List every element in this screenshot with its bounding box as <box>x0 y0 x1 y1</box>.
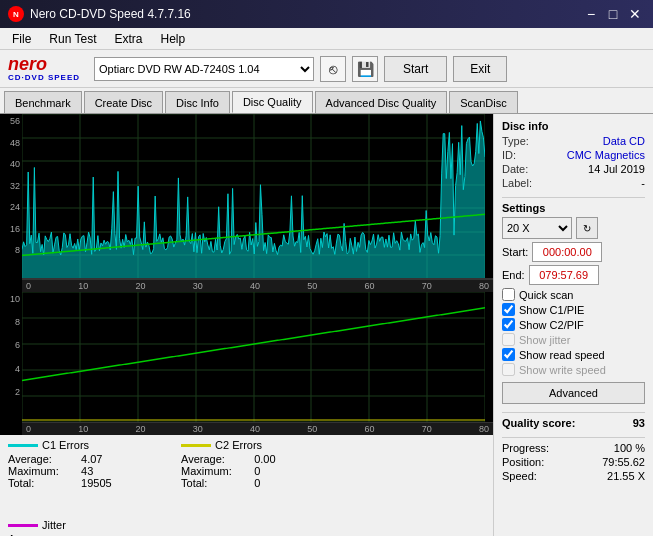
speed-label: Speed: <box>502 470 537 482</box>
lower-y-axis: 10 8 6 4 2 <box>0 292 22 422</box>
disc-type-value: Data CD <box>603 135 645 147</box>
start-button[interactable]: Start <box>384 56 447 82</box>
c1-legend: C1 Errors Average: 4.07 Maximum: 43 Tota… <box>8 439 151 489</box>
divider-1 <box>502 197 645 198</box>
show-c1-row: Show C1/PIE <box>502 303 645 316</box>
menu-extra[interactable]: Extra <box>106 30 150 48</box>
speed-row: 20 X ↻ <box>502 217 645 239</box>
jitter-color <box>8 524 38 527</box>
disc-date-row: Date: 14 Jul 2019 <box>502 163 645 175</box>
show-c1-label: Show C1/PIE <box>519 304 584 316</box>
tabs-bar: Benchmark Create Disc Disc Info Disc Qua… <box>0 88 653 114</box>
tab-disc-quality[interactable]: Disc Quality <box>232 91 313 113</box>
speed-select[interactable]: 20 X <box>502 217 572 239</box>
disc-id-value: CMC Magnetics <box>567 149 645 161</box>
menu-bar: File Run Test Extra Help <box>0 28 653 50</box>
c2-stats: Average: 0.00 Maximum: 0 Total: 0 <box>181 453 324 489</box>
window-controls: − □ ✕ <box>581 4 645 24</box>
end-time-label: End: <box>502 269 525 281</box>
toolbar: nero CD·DVD SPEED Optiarc DVD RW AD-7240… <box>0 50 653 88</box>
speed-row-2: Speed: 21.55 X <box>502 470 645 482</box>
progress-section: Progress: 100 % Position: 79:55.62 Speed… <box>502 442 645 482</box>
tab-create-disc[interactable]: Create Disc <box>84 91 163 113</box>
quality-score-value: 93 <box>633 417 645 429</box>
start-time-input[interactable] <box>532 242 602 262</box>
position-label: Position: <box>502 456 544 468</box>
disc-type-row: Type: Data CD <box>502 135 645 147</box>
position-row: Position: 79:55.62 <box>502 456 645 468</box>
quick-scan-row: Quick scan <box>502 288 645 301</box>
jitter-legend: Jitter Average: - Maximum: - <box>8 519 151 536</box>
c1-label: C1 Errors <box>42 439 89 451</box>
tab-advanced-disc-quality[interactable]: Advanced Disc Quality <box>315 91 448 113</box>
show-write-speed-label: Show write speed <box>519 364 606 376</box>
quality-score-label: Quality score: <box>502 417 575 429</box>
show-jitter-label: Show jitter <box>519 334 570 346</box>
disc-type-label: Type: <box>502 135 529 147</box>
app-icon: N <box>8 6 24 22</box>
nero-logo-sub: CD·DVD SPEED <box>8 73 80 82</box>
save-button[interactable]: 💾 <box>352 56 378 82</box>
c1-stats: Average: 4.07 Maximum: 43 Total: 19505 <box>8 453 151 489</box>
minimize-button[interactable]: − <box>581 4 601 24</box>
disc-date-label: Date: <box>502 163 528 175</box>
disc-date-value: 14 Jul 2019 <box>588 163 645 175</box>
tab-scandisc[interactable]: ScanDisc <box>449 91 517 113</box>
progress-value: 100 % <box>614 442 645 454</box>
settings-section: Settings 20 X ↻ Start: End: Quick scan <box>502 202 645 404</box>
end-time-row: End: <box>502 265 645 285</box>
disc-label-label: Label: <box>502 177 532 189</box>
start-time-label: Start: <box>502 246 528 258</box>
menu-file[interactable]: File <box>4 30 39 48</box>
chart-area: 56 48 40 32 24 16 8 0 10 20 30 40 5 <box>0 114 493 536</box>
disc-info-title: Disc info <box>502 120 645 132</box>
settings-title: Settings <box>502 202 645 214</box>
progress-row: Progress: 100 % <box>502 442 645 454</box>
main-content: 56 48 40 32 24 16 8 0 10 20 30 40 5 <box>0 114 653 536</box>
position-value: 79:55.62 <box>602 456 645 468</box>
eject-button[interactable]: ⎋ <box>320 56 346 82</box>
disc-id-row: ID: CMC Magnetics <box>502 149 645 161</box>
tab-benchmark[interactable]: Benchmark <box>4 91 82 113</box>
exit-button[interactable]: Exit <box>453 56 507 82</box>
title-bar: N Nero CD-DVD Speed 4.7.7.16 − □ ✕ <box>0 0 653 28</box>
disc-info-section: Disc info Type: Data CD ID: CMC Magnetic… <box>502 120 645 189</box>
show-c1-checkbox[interactable] <box>502 303 515 316</box>
c1-color <box>8 444 38 447</box>
c2-label: C2 Errors <box>215 439 262 451</box>
lower-x-axis: 0 10 20 30 40 50 60 70 80 <box>22 422 493 435</box>
speed-value: 21.55 X <box>607 470 645 482</box>
c2-color <box>181 444 211 447</box>
jitter-label: Jitter <box>42 519 66 531</box>
progress-label: Progress: <box>502 442 549 454</box>
tab-disc-info[interactable]: Disc Info <box>165 91 230 113</box>
end-time-input[interactable] <box>529 265 599 285</box>
c2-legend: C2 Errors Average: 0.00 Maximum: 0 Total… <box>181 439 324 489</box>
app-title: Nero CD-DVD Speed 4.7.7.16 <box>30 7 191 21</box>
menu-help[interactable]: Help <box>153 30 194 48</box>
disc-label-value: - <box>641 177 645 189</box>
show-write-speed-checkbox <box>502 363 515 376</box>
show-jitter-row: Show jitter <box>502 333 645 346</box>
upper-x-axis: 0 10 20 30 40 50 60 70 80 <box>22 279 493 292</box>
show-read-speed-label: Show read speed <box>519 349 605 361</box>
disc-label-row: Label: - <box>502 177 645 189</box>
lower-chart <box>22 292 493 422</box>
quick-scan-checkbox[interactable] <box>502 288 515 301</box>
quality-section: Quality score: 93 <box>502 417 645 429</box>
show-read-speed-row: Show read speed <box>502 348 645 361</box>
drive-select[interactable]: Optiarc DVD RW AD-7240S 1.04 <box>94 57 314 81</box>
show-c2-row: Show C2/PIF <box>502 318 645 331</box>
refresh-button[interactable]: ↻ <box>576 217 598 239</box>
menu-run-test[interactable]: Run Test <box>41 30 104 48</box>
advanced-button[interactable]: Advanced <box>502 382 645 404</box>
show-c2-label: Show C2/PIF <box>519 319 584 331</box>
disc-id-label: ID: <box>502 149 516 161</box>
show-c2-checkbox[interactable] <box>502 318 515 331</box>
nero-logo: nero CD·DVD SPEED <box>8 55 80 82</box>
maximize-button[interactable]: □ <box>603 4 623 24</box>
show-read-speed-checkbox[interactable] <box>502 348 515 361</box>
close-button[interactable]: ✕ <box>625 4 645 24</box>
quality-score-row: Quality score: 93 <box>502 417 645 429</box>
right-panel: Disc info Type: Data CD ID: CMC Magnetic… <box>493 114 653 536</box>
